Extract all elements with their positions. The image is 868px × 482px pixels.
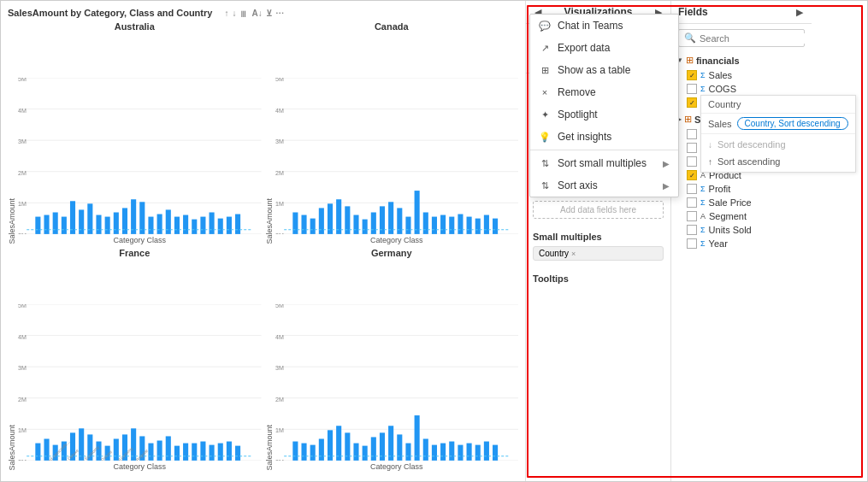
svg-text:0M: 0M [275, 232, 284, 234]
svg-rect-132 [318, 439, 323, 461]
svg-text:5M: 5M [275, 304, 284, 309]
context-menu-remove-label: Remove [558, 86, 596, 98]
az-icon[interactable]: A↓ [251, 9, 262, 18]
bar-chart-france: 5M 4M 3M 2M 1M 0M [18, 304, 262, 471]
svg-rect-29 [183, 215, 188, 234]
field-checkbox-sales[interactable]: ✓ [687, 70, 697, 80]
svg-rect-151 [483, 442, 488, 461]
svg-rect-91 [79, 428, 84, 461]
search-input[interactable] [700, 33, 818, 44]
field-item-units-sold[interactable]: Σ Units Sold [671, 223, 812, 237]
svg-rect-100 [157, 441, 162, 461]
insights-icon: 💡 [539, 132, 551, 143]
more-icon[interactable]: ⋯ [275, 9, 284, 18]
context-menu-table[interactable]: ⊞ Show as a table [530, 59, 678, 81]
sort-desc-item[interactable]: ↓ Sort descending [701, 136, 855, 153]
chart-svg-australia: 5M 4M 3M 2M 1M 0M [18, 78, 262, 234]
filter-icon[interactable]: ⊻ [266, 9, 272, 18]
field-checkbox-country[interactable]: ✓ [687, 97, 697, 108]
sort-desc-chip[interactable]: Country, Sort descending [737, 117, 848, 130]
sort-up-icon[interactable]: ↑ [224, 9, 228, 18]
sum-icon-sale-price: Σ [700, 198, 706, 207]
svg-text:4M: 4M [275, 334, 284, 341]
svg-rect-63 [414, 191, 419, 234]
svg-rect-152 [493, 445, 498, 461]
field-item-sale-price[interactable]: Σ Sale Price [671, 196, 812, 209]
field-checkbox-month-name[interactable] [687, 143, 697, 153]
field-item-year[interactable]: Σ Year [671, 237, 812, 250]
field-checkbox-cogs[interactable] [687, 84, 697, 94]
svg-text:2M: 2M [275, 397, 284, 403]
field-item-profit[interactable]: Σ Profit [671, 182, 812, 196]
sort-asc-item[interactable]: ↑ Sort ascending [701, 153, 855, 170]
svg-rect-12 [35, 217, 40, 234]
small-multiples-remove-btn[interactable]: × [571, 250, 576, 258]
bar-chart-canada: 5M 4M 3M 2M 1M 0M [275, 78, 519, 244]
field-checkbox-sale-price[interactable] [687, 197, 697, 208]
chart-panel-france: France SalesAmount 5M 4M [8, 248, 262, 471]
sort-asc-icon: ↑ [708, 157, 712, 167]
svg-rect-142 [405, 444, 410, 461]
context-menu-chat-teams[interactable]: 💬 Chat in Teams [530, 15, 678, 37]
context-menu-insights[interactable]: 💡 Get insights [530, 126, 678, 148]
svg-text:1M: 1M [18, 201, 27, 208]
context-menu-export[interactable]: ↗ Export data [530, 37, 678, 59]
svg-rect-150 [475, 445, 480, 461]
svg-rect-147 [449, 442, 454, 461]
sort-axis-arrow: ▶ [663, 181, 670, 191]
field-checkbox-units-sold[interactable] [687, 225, 697, 235]
sort-multiples-icon: ⇅ [539, 158, 551, 169]
small-multiples-section: Small multiples Country × [526, 225, 670, 267]
svg-rect-69 [466, 217, 471, 234]
svg-text:3M: 3M [18, 138, 27, 145]
fields-panel-next-btn[interactable]: ▶ [794, 7, 805, 18]
svg-text:4M: 4M [18, 334, 27, 341]
field-checkbox-profit[interactable] [687, 184, 697, 194]
field-checkbox-month-number[interactable] [687, 156, 697, 167]
context-menu-spotlight[interactable]: ✦ Spotlight [530, 103, 678, 126]
field-group-header-financials[interactable]: ▼ ⊞ financials [671, 52, 812, 68]
svg-rect-54 [336, 199, 341, 234]
svg-rect-130 [301, 444, 306, 461]
svg-text:4M: 4M [18, 108, 27, 115]
field-checkbox-manufacturing[interactable] [687, 129, 697, 139]
field-item-sales[interactable]: ✓ Σ Sales [671, 68, 812, 82]
fields-panel-header: Fields ▶ [671, 1, 812, 24]
svg-text:0M: 0M [18, 459, 27, 461]
field-item-cogs[interactable]: Σ COGS [671, 82, 812, 96]
context-menu-remove[interactable]: × Remove [530, 81, 678, 103]
svg-rect-62 [405, 217, 410, 234]
field-checkbox-segment[interactable] [687, 211, 697, 221]
field-name-sales: Sales [709, 70, 733, 80]
remove-icon: × [539, 87, 551, 97]
field-checkbox-product[interactable]: ✓ [687, 170, 697, 180]
text-icon-segment: A [700, 212, 706, 220]
sort-down-icon[interactable]: ↓ [232, 9, 236, 18]
svg-text:1M: 1M [18, 427, 27, 434]
bar-chart-australia: 5M 4M 3M 2M 1M 0M [18, 78, 262, 244]
x-axis-label-australia: Category Class [18, 236, 262, 244]
context-menu-insights-label: Get insights [558, 131, 611, 143]
sort-country-label: Country [701, 96, 855, 114]
chart-title-text: SalesAmount by Category, Class and Count… [8, 8, 212, 18]
context-menu-sort-axis[interactable]: ⇅ Sort axis ▶ [530, 174, 678, 197]
x-axis-label-france: Category Class [18, 462, 262, 471]
chart-toolbar: ↑ ↓ ⫼ A↓ ⊻ ⋯ [224, 9, 283, 18]
svg-text:5M: 5M [18, 304, 27, 309]
y-axis-label-australia: SalesAmount [8, 198, 16, 244]
legend-placeholder[interactable]: Add data fields here [533, 201, 664, 219]
export-icon: ↗ [539, 43, 551, 54]
bar-chart-germany: 5M 4M 3M 2M 1M 0M [275, 304, 519, 471]
column-icon[interactable]: ⫼ [239, 9, 248, 18]
tooltips-section: Tooltips [526, 267, 670, 289]
sum-icon-units-sold: Σ [700, 226, 706, 234]
search-box[interactable]: 🔍 [678, 29, 805, 47]
small-multiples-field-chip[interactable]: Country × [533, 246, 664, 261]
svg-rect-49 [292, 213, 298, 234]
field-item-segment[interactable]: A Segment [671, 209, 812, 223]
field-checkbox-year[interactable] [687, 238, 697, 249]
svg-rect-17 [79, 210, 84, 234]
x-axis-label-germany: Category Class [275, 462, 519, 471]
small-multiples-field-text: Country [539, 249, 569, 258]
context-menu-sort-multiples[interactable]: ⇅ Sort small multiples ▶ [530, 152, 678, 174]
